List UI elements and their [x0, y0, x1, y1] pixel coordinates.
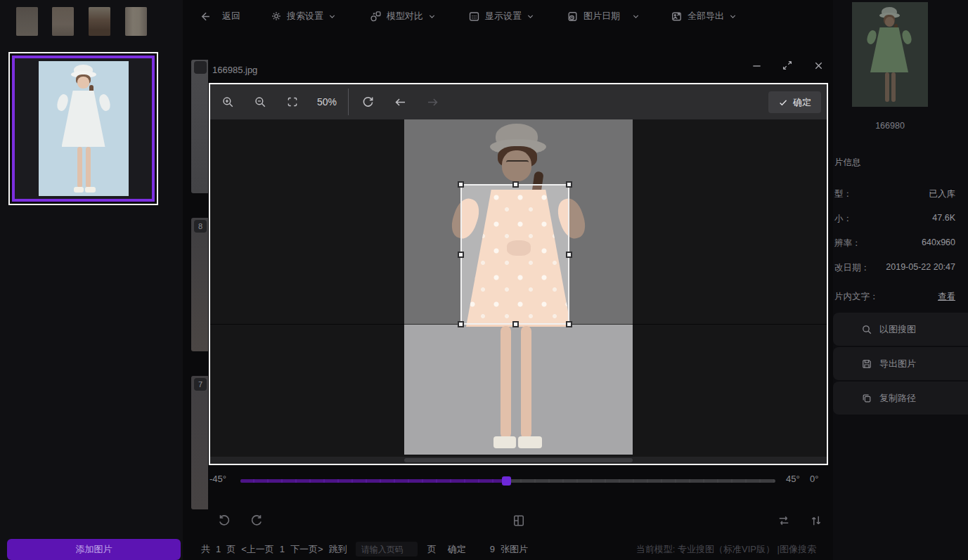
chevron-down-icon [428, 13, 436, 20]
back-arrow-icon [199, 11, 211, 22]
crop-dim-overlay-left [404, 184, 460, 325]
search-by-image-button[interactable]: 以图搜图 [833, 313, 968, 346]
next-page-button[interactable]: 下一页> [290, 543, 323, 556]
info-row-type: 型： 已入库 [834, 188, 955, 200]
rotation-max-label: 45° [786, 474, 800, 484]
horizontal-scrollbar[interactable] [210, 457, 827, 464]
check-icon [778, 98, 788, 108]
page-number-input[interactable] [356, 542, 418, 556]
crop-handle-bottom-left[interactable] [458, 321, 464, 327]
total-pages: 1 [216, 544, 221, 554]
figure-face [885, 17, 894, 27]
modal-titlebar: 166985.jpg [197, 56, 833, 83]
image-count: 9 [490, 544, 495, 554]
toolbar-divider [348, 89, 349, 115]
rotation-control-row: -45° 45° 0° [197, 474, 833, 488]
crop-handle-bottom-right[interactable] [566, 321, 572, 327]
export-image-button[interactable]: 导出图片 [833, 347, 968, 380]
figure-sleeve-left [865, 30, 877, 46]
figure-leg-left [885, 72, 889, 102]
flip-horizontal-button[interactable] [775, 512, 793, 530]
fit-screen-icon [286, 96, 299, 108]
thumbnail-mini-1[interactable] [16, 7, 38, 36]
crop-handle-bottom-center[interactable] [512, 321, 519, 327]
copy-path-button[interactable]: 复制路径 [833, 382, 968, 415]
view-text-link[interactable]: 查看 [938, 291, 955, 303]
chevron-down-icon [527, 13, 534, 20]
display-settings-icon [468, 11, 480, 22]
zoom-out-icon [254, 96, 266, 108]
info-label: 型： [834, 188, 852, 200]
rotation-slider-handle[interactable] [502, 476, 511, 486]
horizontal-scrollbar-thumb[interactable] [404, 458, 633, 462]
rotate-ccw-button[interactable] [215, 512, 233, 530]
menu-export-all[interactable]: 全部导出 [671, 10, 737, 22]
fit-screen-button[interactable] [282, 91, 303, 112]
redo-button[interactable] [422, 91, 443, 112]
selected-thumbnail[interactable] [8, 52, 158, 205]
info-row-modified-date: 改日期： 2019-05-22 20:47 [834, 262, 955, 274]
menu-image-date[interactable]: 图片日期 [567, 10, 640, 22]
minimize-icon [751, 60, 762, 71]
export-all-icon [671, 11, 683, 22]
app-root: 添加图片 返回 搜索设置 模型对比 显示设置 图片日期 全 [0, 0, 968, 560]
info-row-text-in-image: 片内文字： 查看 [834, 291, 955, 303]
info-label: 片内文字： [834, 291, 879, 303]
flip-vertical-button[interactable] [807, 512, 825, 530]
editor-viewport[interactable] [210, 119, 827, 457]
image-count-suffix: 张图片 [501, 543, 528, 556]
figure-braid [894, 24, 898, 41]
detail-thumbnail[interactable] [852, 2, 928, 107]
info-label: 改日期： [834, 262, 870, 274]
rotation-current-label: 0° [810, 474, 818, 484]
model-compare-icon [370, 11, 382, 22]
menu-label: 图片日期 [583, 10, 620, 22]
crop-handle-top-right[interactable] [566, 181, 572, 188]
minimize-button[interactable] [749, 58, 764, 73]
chevron-down-icon [632, 13, 640, 20]
menu-search-settings[interactable]: 搜索设置 [271, 10, 336, 22]
close-button[interactable] [811, 58, 826, 73]
button-label: 导出图片 [879, 358, 916, 370]
zoom-out-button[interactable] [250, 91, 271, 112]
thumbnail-mini-4[interactable] [125, 7, 147, 36]
crop-selection-box[interactable] [460, 184, 569, 325]
crop-handle-middle-left[interactable] [458, 252, 464, 258]
zoom-in-button[interactable] [217, 91, 238, 112]
crop-handle-top-left[interactable] [458, 181, 464, 188]
crop-layout-icon [512, 514, 526, 528]
save-icon [861, 358, 872, 370]
expand-icon [782, 60, 793, 71]
rotation-slider-track[interactable] [240, 479, 775, 483]
modal-title: 166985.jpg [212, 65, 257, 75]
gear-icon [271, 11, 282, 22]
flip-vertical-icon [809, 514, 823, 528]
close-icon [813, 60, 824, 71]
expand-button[interactable] [780, 58, 795, 73]
crop-confirm-button[interactable]: 确定 [768, 91, 821, 113]
redo-icon [426, 96, 439, 109]
figure-sandal-left [74, 187, 84, 193]
figure-leg-right [891, 72, 896, 102]
undo-icon [394, 96, 407, 109]
menu-model-compare[interactable]: 模型对比 [370, 10, 436, 22]
undo-button[interactable] [389, 91, 411, 112]
reset-button[interactable] [357, 91, 378, 112]
jump-confirm-button[interactable]: 确定 [448, 543, 466, 556]
current-page: 1 [280, 544, 285, 554]
add-images-button[interactable]: 添加图片 [7, 539, 181, 560]
crop-layout-button[interactable] [510, 512, 528, 530]
prev-page-button[interactable]: <上一页 [241, 543, 274, 556]
back-button[interactable]: 返回 [199, 10, 240, 22]
rotate-ccw-icon [217, 514, 231, 528]
figure-leg-right [86, 147, 91, 188]
crop-handle-top-center[interactable] [512, 181, 519, 188]
crop-dim-overlay-right [569, 184, 633, 325]
thumbnail-mini-3[interactable] [89, 7, 110, 36]
info-value: 640x960 [922, 237, 955, 249]
rotate-cw-button[interactable] [247, 512, 266, 530]
menu-display-settings[interactable]: 显示设置 [468, 10, 534, 22]
crop-handle-middle-right[interactable] [566, 252, 572, 258]
image-date-icon [567, 11, 579, 22]
thumbnail-mini-2[interactable] [52, 7, 74, 36]
